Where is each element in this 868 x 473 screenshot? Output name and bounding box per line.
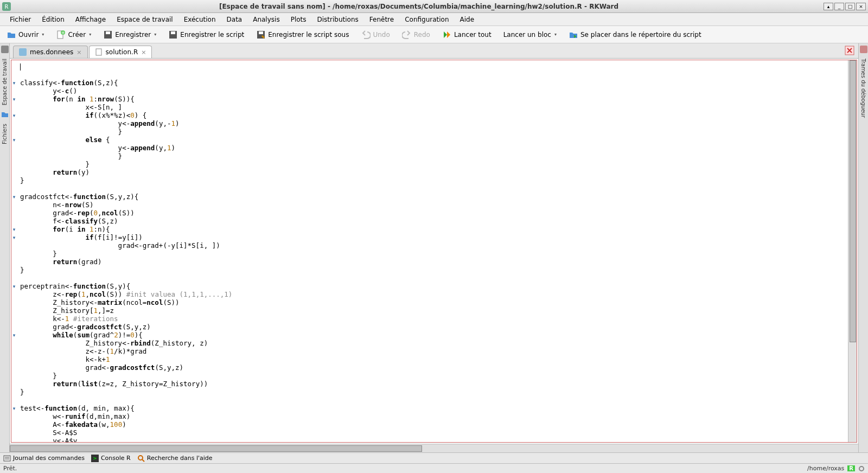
menu-analysis[interactable]: Analysis	[247, 14, 285, 25]
menu-edition[interactable]: Édition	[36, 14, 70, 25]
status-left: Prêt.	[3, 465, 17, 472]
menu-espace[interactable]: Espace de travail	[111, 14, 178, 25]
save-script-as-button[interactable]: Enregistrer le script sous	[254, 29, 351, 41]
statusbar: Prêt. /home/roxas R	[0, 463, 868, 473]
center-pane: mes.donnees × solution.R × ▾▾▾▾▾▾▾▾▾▾ cl…	[10, 43, 858, 452]
journal-icon	[3, 455, 11, 462]
close-icon[interactable]: ×	[76, 49, 81, 56]
save-as-icon	[256, 30, 266, 40]
svg-rect-15	[860, 46, 867, 53]
run-block-label: Lancer un bloc	[503, 31, 551, 39]
svg-line-22	[142, 459, 144, 462]
maximize-button[interactable]: □	[845, 3, 855, 10]
svg-text:+: +	[61, 30, 65, 35]
menu-fenetre[interactable]: Fenêtre	[364, 14, 399, 25]
app-icon: R	[2, 2, 11, 11]
left-rail-workspace[interactable]: Espace de travail	[2, 55, 8, 108]
scrollbar-thumb[interactable]	[850, 60, 856, 342]
chevron-down-icon: ▾	[42, 32, 44, 37]
menu-data[interactable]: Data	[221, 14, 248, 25]
save-script-as-label: Enregistrer le script sous	[268, 31, 349, 39]
run-block-button[interactable]: Lancer un bloc▾	[501, 30, 559, 40]
svg-rect-6	[106, 31, 110, 34]
menu-distributions[interactable]: Distributions	[312, 14, 364, 25]
svg-rect-10	[259, 31, 263, 34]
svg-rect-13	[96, 49, 101, 55]
svg-rect-16	[4, 456, 10, 461]
tab-label: mes.donnees	[30, 48, 73, 56]
left-rail-files[interactable]: Fichiers	[2, 120, 8, 148]
fold-gutter[interactable]: ▾▾▾▾▾▾▾▾▾▾	[11, 60, 19, 442]
svg-rect-12	[19, 48, 27, 56]
menu-aide[interactable]: Aide	[455, 14, 480, 25]
menu-execution[interactable]: Exécution	[178, 14, 221, 25]
status-path: /home/roxas	[807, 465, 844, 472]
folder-go-icon	[569, 30, 578, 40]
cd-script-label: Se placer dans le répertoire du script	[580, 31, 701, 39]
redo-label: Redo	[414, 31, 430, 39]
tab-solution-r[interactable]: solution.R ×	[89, 46, 152, 58]
titlebar: R [Espace de travail sans nom] - /home/r…	[0, 0, 868, 13]
vertical-scrollbar[interactable]	[848, 60, 857, 442]
svg-text:R: R	[5, 4, 9, 10]
tab-label: solution.R	[106, 48, 138, 56]
right-rail-debug[interactable]: Trames du débogueur	[860, 55, 866, 121]
bottom-journal-label: Journal des commandes	[13, 455, 85, 462]
menubar: Fichier Édition Affichage Espace de trav…	[0, 13, 868, 26]
close-window-button[interactable]: ×	[856, 3, 866, 10]
menu-fichier[interactable]: Fichier	[4, 14, 36, 25]
editor: ▾▾▾▾▾▾▾▾▾▾ classify<-function(S,z){ y<-c…	[11, 60, 857, 443]
create-label: Créer	[68, 31, 86, 39]
chevron-down-icon: ▾	[89, 32, 91, 37]
chevron-down-icon: ▾	[154, 32, 156, 37]
close-icon[interactable]: ×	[141, 49, 146, 56]
svg-rect-8	[171, 31, 175, 34]
menu-affichage[interactable]: Affichage	[70, 14, 111, 25]
redo-icon	[402, 30, 412, 40]
cd-script-button[interactable]: Se placer dans le répertoire du script	[566, 29, 704, 41]
left-rail: Espace de travail Fichiers	[0, 43, 10, 452]
folder-open-icon	[7, 30, 16, 40]
chevron-down-icon: ▾	[554, 32, 557, 37]
right-rail: Trames du débogueur	[858, 43, 868, 452]
save-script-label: Enregistrer le script	[180, 31, 244, 39]
code-editor[interactable]: classify<-function(S,z){ y<-c() for(n in…	[19, 60, 848, 442]
run-all-label: Lancer tout	[454, 31, 492, 39]
menu-plots[interactable]: Plots	[285, 14, 312, 25]
bottom-console[interactable]: > Console R	[91, 455, 131, 462]
redo-button[interactable]: Redo	[400, 29, 432, 41]
tab-mes-donnees[interactable]: mes.donnees ×	[13, 46, 88, 58]
save-label: Enregistrer	[115, 31, 151, 39]
menu-configuration[interactable]: Configuration	[399, 14, 454, 25]
help-search-icon	[137, 455, 145, 462]
debug-frames-icon[interactable]	[860, 46, 867, 53]
script-icon	[95, 48, 103, 56]
window-title: [Espace de travail sans nom] - /home/rox…	[14, 3, 824, 10]
tab-row: mes.donnees × solution.R ×	[10, 43, 858, 59]
data-icon	[19, 48, 27, 56]
files-icon[interactable]	[1, 111, 9, 118]
save-icon	[168, 30, 178, 40]
status-spinner-icon	[858, 465, 865, 472]
bottom-help-search-label: Recherche dans l'aide	[147, 455, 213, 462]
undo-button[interactable]: Undo	[359, 29, 392, 41]
minimize-button[interactable]: _	[834, 3, 844, 10]
main-area: Espace de travail Fichiers mes.donnees ×…	[0, 43, 868, 452]
bottom-journal[interactable]: Journal des commandes	[3, 455, 85, 462]
run-all-icon	[442, 30, 452, 40]
workspace-icon[interactable]	[1, 46, 9, 53]
save-script-button[interactable]: Enregistrer le script	[166, 29, 246, 41]
create-button[interactable]: + Créer▾	[54, 29, 93, 41]
horizontal-scrollbar[interactable]	[10, 444, 858, 452]
svg-point-23	[859, 466, 864, 471]
bottom-bar: Journal des commandes > Console R Recher…	[0, 452, 868, 463]
open-button[interactable]: Ouvrir▾	[4, 29, 46, 41]
save-button[interactable]: Enregistrer▾	[101, 29, 158, 41]
svg-rect-11	[1, 46, 9, 53]
scrollbar-thumb[interactable]	[10, 445, 422, 452]
keep-above-button[interactable]: ▴	[824, 3, 833, 10]
close-pane-button[interactable]	[844, 45, 855, 56]
undo-icon	[361, 30, 371, 40]
run-all-button[interactable]: Lancer tout	[440, 29, 494, 41]
bottom-help-search[interactable]: Recherche dans l'aide	[137, 455, 213, 462]
